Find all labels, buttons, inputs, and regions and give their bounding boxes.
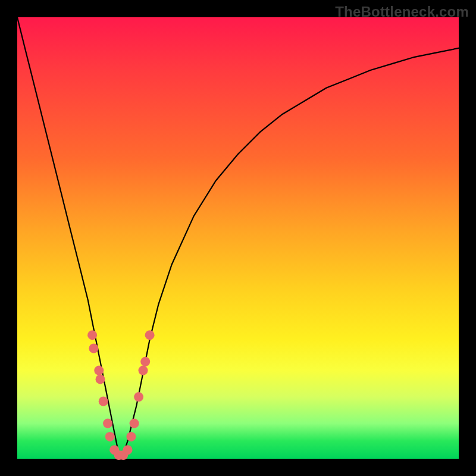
bottleneck-curve bbox=[17, 17, 459, 455]
curve-marker bbox=[140, 357, 150, 367]
curve-marker bbox=[99, 397, 108, 406]
curve-marker bbox=[87, 330, 97, 340]
curve-marker bbox=[145, 330, 155, 340]
curve-marker bbox=[126, 432, 136, 441]
curve-marker bbox=[130, 419, 139, 428]
curve-marker bbox=[103, 419, 112, 428]
curve-marker bbox=[96, 374, 105, 384]
curve-marker bbox=[89, 344, 98, 353]
curve-marker bbox=[139, 366, 148, 375]
outer-frame: TheBottleneck.com bbox=[0, 0, 476, 476]
curve-marker bbox=[94, 366, 104, 375]
curve-marker bbox=[123, 445, 133, 455]
curve-markers bbox=[87, 330, 155, 460]
curve-marker bbox=[105, 432, 115, 441]
curve-svg bbox=[17, 17, 459, 459]
curve-marker bbox=[134, 392, 143, 402]
